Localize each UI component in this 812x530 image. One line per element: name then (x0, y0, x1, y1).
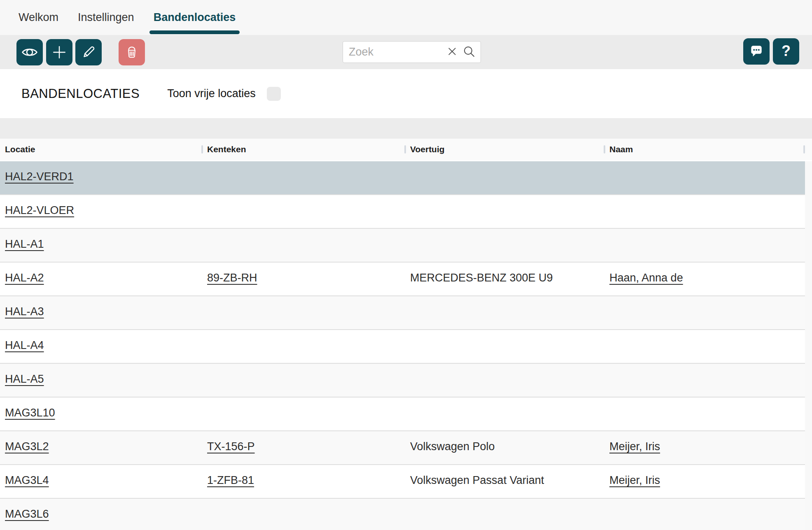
column-header-locatie: Locatie (0, 144, 202, 154)
delete-button[interactable] (119, 39, 145, 65)
locatie-link[interactable]: MAG3L2 (5, 440, 49, 453)
locatie-link[interactable]: HAL2-VERD1 (5, 170, 74, 183)
table-row[interactable]: HAL-A3 (0, 296, 805, 330)
search-icon (462, 45, 476, 59)
free-locations-checkbox[interactable] (267, 87, 281, 101)
column-divider (604, 145, 605, 153)
add-button[interactable] (46, 39, 72, 65)
table-row[interactable]: HAL2-VLOER (0, 195, 805, 229)
locatie-link[interactable]: HAL-A3 (5, 305, 44, 318)
edit-button[interactable] (75, 39, 102, 65)
column-header-kenteken: Kenteken (202, 144, 405, 154)
cell-locatie: HAL-A5 (0, 373, 202, 386)
cell-voertuig: MERCEDES-BENZ 300E U9 (405, 272, 604, 284)
chat-button[interactable] (743, 38, 770, 65)
table-row[interactable]: MAG3L10 (0, 398, 805, 431)
table-row[interactable]: HAL2-VERD1 (0, 161, 805, 195)
table-top-band (0, 118, 812, 139)
trash-icon (124, 44, 140, 60)
tab-instellingen[interactable]: Instellingen (78, 0, 134, 35)
table-row[interactable]: MAG3L6 (0, 499, 805, 530)
cell-voertuig: Volkswagen Passat Variant (405, 474, 604, 487)
cell-kenteken: 89-ZB-RH (202, 272, 405, 284)
naam-link[interactable]: Meijer, Iris (609, 440, 660, 453)
voertuig-text: MERCEDES-BENZ 300E U9 (410, 272, 553, 284)
page-title: BANDENLOCATIES (21, 86, 140, 101)
column-header-voertuig: Voertuig (405, 144, 604, 154)
cell-locatie: HAL-A1 (0, 238, 202, 251)
kenteken-link[interactable]: 89-ZB-RH (207, 272, 257, 284)
cell-naam: Meijer, Iris (604, 440, 805, 453)
cell-locatie: HAL2-VERD1 (0, 170, 202, 183)
locatie-link[interactable]: HAL-A2 (5, 272, 44, 284)
voertuig-text: Volkswagen Polo (410, 440, 495, 453)
column-header-naam: Naam (604, 144, 805, 154)
page-header: BANDENLOCATIES Toon vrije locaties (0, 69, 812, 118)
plus-icon (51, 44, 67, 60)
table-row[interactable]: HAL-A4 (0, 330, 805, 364)
cell-locatie: MAG3L10 (0, 407, 202, 419)
table-body: HAL2-VERD1HAL2-VLOERHAL-A1HAL-A289-ZB-RH… (0, 161, 805, 530)
cell-naam: Haan, Anna de (604, 272, 805, 284)
naam-link[interactable]: Haan, Anna de (609, 272, 683, 284)
cell-locatie: HAL2-VLOER (0, 204, 202, 217)
table-body-area: HAL2-VERD1HAL2-VLOERHAL-A1HAL-A289-ZB-RH… (0, 160, 812, 530)
clear-search-button[interactable] (448, 47, 457, 57)
table-row[interactable]: HAL-A5 (0, 364, 805, 398)
locatie-link[interactable]: HAL2-VLOER (5, 204, 74, 216)
locatie-link[interactable]: MAG3L4 (5, 474, 49, 486)
cell-locatie: MAG3L2 (0, 440, 202, 453)
locatie-link[interactable]: MAG3L10 (5, 407, 55, 419)
table-row[interactable]: MAG3L41-ZFB-81Volkswagen Passat VariantM… (0, 465, 805, 499)
pencil-icon (81, 44, 96, 60)
help-button[interactable]: ? (773, 38, 799, 65)
tab-bar: WelkomInstellingenBandenlocaties (0, 0, 812, 35)
column-divider (201, 145, 203, 153)
kenteken-link[interactable]: TX-156-P (207, 440, 255, 453)
cell-locatie: MAG3L4 (0, 474, 202, 487)
cell-naam: Meijer, Iris (604, 474, 805, 487)
speech-bubble-icon (749, 44, 764, 59)
tab-welkom[interactable]: Welkom (19, 0, 58, 35)
cell-locatie: HAL-A4 (0, 339, 202, 352)
kenteken-link[interactable]: 1-ZFB-81 (207, 474, 254, 486)
cell-kenteken: TX-156-P (202, 440, 405, 453)
locatie-link[interactable]: HAL-A5 (5, 373, 44, 385)
free-locations-toggle-label: Toon vrije locaties (167, 87, 256, 100)
search-box (343, 41, 481, 63)
question-mark-icon: ? (782, 44, 791, 60)
column-divider (404, 145, 406, 153)
locatie-link[interactable]: HAL-A1 (5, 238, 44, 250)
cell-kenteken: 1-ZFB-81 (202, 474, 405, 487)
view-button[interactable] (16, 39, 43, 65)
table-row[interactable]: HAL-A289-ZB-RHMERCEDES-BENZ 300E U9Haan,… (0, 263, 805, 296)
locatie-link[interactable]: MAG3L6 (5, 508, 49, 520)
toolbar: ? (0, 35, 812, 69)
cell-locatie: MAG3L6 (0, 508, 202, 521)
table-header: LocatieKentekenVoertuigNaam (0, 139, 812, 160)
cell-locatie: HAL-A2 (0, 272, 202, 284)
tab-bandenlocaties[interactable]: Bandenlocaties (154, 0, 236, 35)
table-row[interactable]: HAL-A1 (0, 229, 805, 263)
close-icon (448, 47, 457, 57)
cell-locatie: HAL-A3 (0, 305, 202, 318)
cell-voertuig: Volkswagen Polo (405, 440, 604, 453)
eye-icon (21, 44, 38, 61)
table-row[interactable]: MAG3L2TX-156-PVolkswagen PoloMeijer, Iri… (0, 431, 805, 465)
locatie-link[interactable]: HAL-A4 (5, 339, 44, 351)
search-submit-button[interactable] (462, 45, 476, 59)
search-input[interactable] (349, 46, 442, 58)
voertuig-text: Volkswagen Passat Variant (410, 474, 544, 486)
naam-link[interactable]: Meijer, Iris (609, 474, 660, 486)
column-divider (803, 145, 805, 153)
